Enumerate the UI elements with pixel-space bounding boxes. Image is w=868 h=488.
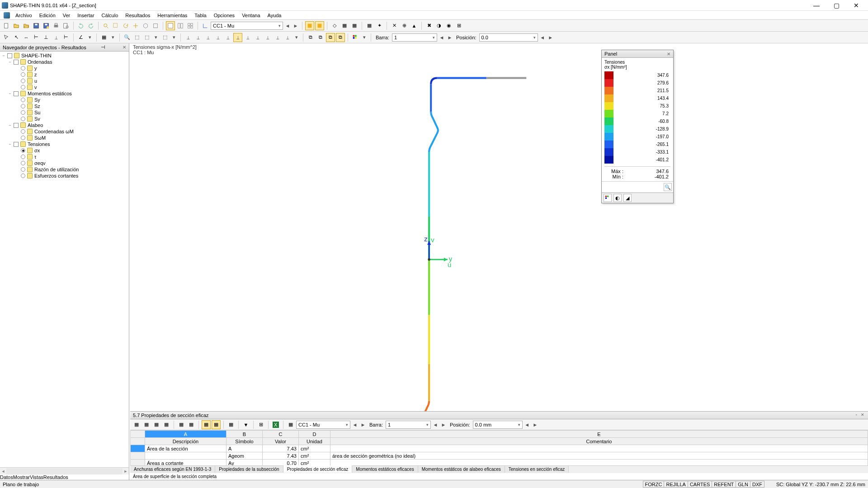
snap3-icon[interactable]: ⟂ [203,33,212,42]
tbl-btn6-icon[interactable]: ▦ [187,420,196,429]
navigator-hscroll[interactable]: ◄► [0,467,129,474]
pan-icon[interactable] [131,21,140,30]
table-row[interactable]: Áreas a cortanteAy0.70cm² [131,460,868,466]
tree-item[interactable]: σeqv [1,160,128,166]
proj-tab-datos[interactable]: Datos [0,474,13,480]
select-icon[interactable]: ↖ [12,33,21,42]
tree-group[interactable]: −Tensiones [1,141,128,147]
tree-item[interactable]: Sz [1,103,128,109]
menu-insertar[interactable]: Insertar [74,12,98,19]
snap2-icon[interactable]: ⟂ [193,33,203,42]
sel4-icon[interactable]: ⬚ [160,33,170,42]
tbl-sort-icon[interactable]: ⊞ [256,420,265,429]
layers-icon[interactable] [151,21,160,30]
link3-icon[interactable]: ⧉ [326,33,335,42]
save-icon[interactable] [32,21,41,30]
panel-close-icon[interactable]: ✕ [667,52,670,56]
tree-item[interactable]: z [1,71,128,78]
snap1-icon[interactable]: ⟂ [184,33,193,42]
tbl-btn4-icon[interactable]: ▦ [162,420,171,429]
navigator-tree[interactable]: −SHAPE-THIN−Ordenadasyzuv−Momentos estát… [0,52,129,467]
zoom-window-icon[interactable] [111,21,120,30]
menu-ayuda[interactable]: Ayuda [264,12,285,19]
status-box-dxf[interactable]: DXF [750,481,764,488]
tree-item[interactable]: Esfuerzos cortantes [1,173,128,179]
tbl-btn1-icon[interactable]: ▦ [132,420,141,429]
tool-j-icon[interactable]: ◑ [434,21,443,30]
tree-item[interactable]: SωM [1,135,128,141]
properties-table[interactable]: ABCDEDescripciónSímboloValorUnidadComent… [130,430,868,465]
tool-d-icon[interactable]: ▦ [365,21,374,30]
dim3-icon[interactable]: ⟂ [52,33,61,42]
layout3-icon[interactable] [186,21,195,30]
tbl-lc-next-icon[interactable]: ► [359,421,367,428]
status-box-cartes[interactable]: CARTES [688,481,712,488]
refresh-icon[interactable] [121,21,130,30]
color-dd-icon[interactable]: ▾ [361,34,368,41]
panel-btn2-icon[interactable]: ◐ [613,194,622,202]
tbl-btn3-icon[interactable]: ▦ [152,420,161,429]
table-row[interactable]: Área de la secciónA7.43cm² [131,445,868,452]
tbl-pos-prev-icon[interactable]: ◄ [524,421,531,428]
new-icon[interactable] [2,21,11,30]
table-tab[interactable]: Propiedades de sección eficaz [283,465,353,473]
tree-item[interactable]: y [1,65,128,71]
angle-icon[interactable]: ∠ [76,33,85,42]
app-menu-icon[interactable] [4,12,10,19]
highlight1-icon[interactable] [305,21,314,30]
pos-prev-icon[interactable]: ◄ [539,34,546,41]
barra-prev-icon[interactable]: ◄ [438,34,445,41]
proj-tab-vistas[interactable]: Vistas [30,474,43,480]
open2-icon[interactable] [22,21,31,30]
link2-icon[interactable]: ⧉ [316,33,325,42]
snap10-icon[interactable]: ⟂ [273,33,282,42]
tbl-barra-prev-icon[interactable]: ◄ [432,421,439,428]
tbl-calc-icon[interactable]: ▦ [286,420,295,429]
col-header[interactable]: B [226,431,263,438]
menu-tabla[interactable]: Tabla [191,12,210,19]
maximize-button[interactable]: ▢ [830,2,843,9]
status-box-rejilla[interactable]: REJILLA [664,481,688,488]
table-tab[interactable]: Propiedades de la subsección [215,466,283,473]
printpreview-icon[interactable] [61,21,71,30]
link4-icon[interactable]: ⧉ [336,33,345,42]
tree-item[interactable]: Sy [1,97,128,103]
menu-edicion[interactable]: Edición [36,12,59,19]
status-box-refent[interactable]: REFENT [712,481,736,488]
measure-icon[interactable]: ↔ [22,33,31,42]
sel4-dd-icon[interactable]: ▾ [170,34,178,41]
tool-l-icon[interactable]: ⊞ [454,21,463,30]
grid-dd-icon[interactable]: ▾ [109,34,117,41]
close-button[interactable]: ✕ [850,2,863,9]
angle-dd-icon[interactable]: ▾ [86,34,94,41]
sel2-icon[interactable]: ⬚ [132,33,142,42]
tbl-btn9-icon[interactable]: ▦ [226,420,236,429]
tree-item[interactable]: v [1,84,128,90]
grid-icon[interactable]: ▦ [99,33,108,42]
cursor-icon[interactable] [2,33,11,42]
tree-item[interactable]: Coordenadas ωM [1,128,128,135]
tree-group[interactable]: −Ordenadas [1,59,128,65]
tree-item[interactable]: Sv [1,116,128,122]
tree-group[interactable]: −Alabeo [1,122,128,128]
view3d-icon[interactable] [141,21,150,30]
navigator-pin-icon[interactable]: ⊣ [101,44,105,50]
minimize-button[interactable]: — [810,2,823,9]
axis-icon[interactable] [201,21,210,30]
col-header[interactable]: E [330,431,868,438]
tree-item[interactable]: τ [1,154,128,160]
tool-a-icon[interactable]: ◇ [330,21,339,30]
redo-icon[interactable] [86,21,95,30]
posicion-combo[interactable]: 0.0 [479,33,538,42]
dim1-icon[interactable]: ⊢ [32,33,41,42]
barra-next-icon[interactable]: ► [446,34,453,41]
table-tab[interactable]: Anchuras eficaces según EN 1993-1-3 [130,466,215,473]
menu-resultados[interactable]: Resultados [122,12,154,19]
table-tab[interactable]: Tensiones en sección eficaz [505,466,569,473]
col-header[interactable]: A [145,431,226,438]
dim4-icon[interactable]: ⊢ [61,33,71,42]
tool-f-icon[interactable]: ✕ [390,21,399,30]
menu-herramientas[interactable]: Herramientas [154,12,191,19]
print-icon[interactable] [52,21,61,30]
tree-item[interactable]: u [1,78,128,84]
